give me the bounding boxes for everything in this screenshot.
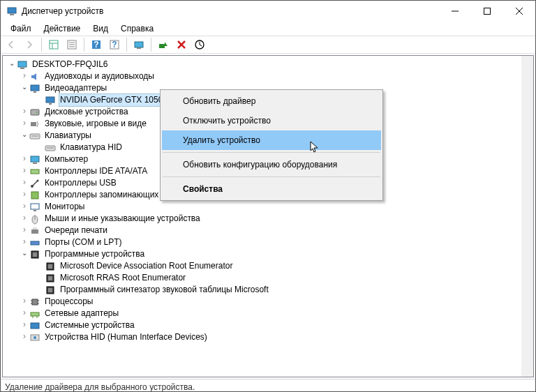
svg-rect-25 bbox=[31, 85, 39, 91]
tree-item[interactable]: Сетевые адаптеры bbox=[6, 308, 533, 319]
svg-point-68 bbox=[34, 336, 36, 339]
tree-item-label: Программный синтезатор звуковой таблицы … bbox=[59, 284, 270, 296]
software-icon bbox=[45, 285, 56, 296]
expand-icon[interactable] bbox=[20, 177, 29, 189]
svg-rect-44 bbox=[34, 210, 36, 211]
storage-icon bbox=[29, 190, 40, 201]
tree-item[interactable]: Программные устройства bbox=[6, 248, 533, 260]
statusbar: Удаление драйвера для выбранного устройс… bbox=[1, 379, 535, 392]
system-icon bbox=[29, 320, 40, 331]
svg-rect-58 bbox=[32, 299, 38, 305]
ctx-update-driver[interactable]: Обновить драйвер bbox=[162, 91, 381, 111]
expand-icon[interactable] bbox=[20, 165, 29, 177]
enable-device-button[interactable] bbox=[156, 37, 171, 52]
tree-item-label: Сетевые адаптеры bbox=[43, 308, 120, 319]
tree-item[interactable]: Microsoft RRAS Root Enumerator bbox=[6, 272, 533, 284]
expand-icon[interactable] bbox=[20, 225, 29, 236]
ctx-scan-hardware[interactable]: Обновить конфигурацию оборудования bbox=[162, 155, 381, 174]
svg-rect-38 bbox=[31, 169, 39, 174]
tree-root[interactable]: DESKTOP-FPQJIL6 bbox=[6, 59, 533, 70]
svg-rect-53 bbox=[48, 264, 52, 269]
expand-icon[interactable] bbox=[20, 248, 29, 260]
forward-button[interactable] bbox=[22, 37, 37, 52]
tree-item[interactable]: Системные устройства bbox=[6, 319, 533, 331]
tree-item[interactable]: Мыши и иные указывающие устройства bbox=[6, 213, 533, 225]
expand-icon[interactable] bbox=[20, 296, 29, 308]
expand-icon[interactable] bbox=[20, 319, 29, 331]
svg-rect-31 bbox=[31, 122, 36, 126]
expand-icon[interactable] bbox=[20, 106, 29, 118]
tree-item-label: Мыши и иные указывающие устройства bbox=[43, 213, 202, 225]
tree-item[interactable]: Устройства HID (Human Interface Devices) bbox=[6, 331, 533, 343]
svg-rect-17 bbox=[135, 42, 143, 47]
titlebar: Диспетчер устройств bbox=[1, 1, 535, 22]
svg-line-40 bbox=[32, 181, 38, 186]
expand-icon[interactable] bbox=[20, 331, 29, 343]
toolbar-sep bbox=[126, 38, 127, 52]
svg-rect-18 bbox=[137, 47, 141, 49]
svg-rect-36 bbox=[31, 156, 39, 162]
expand-icon[interactable] bbox=[7, 59, 17, 70]
svg-rect-51 bbox=[33, 252, 37, 257]
properties-button[interactable] bbox=[64, 37, 80, 52]
expand-icon[interactable] bbox=[20, 153, 29, 165]
expand-icon[interactable] bbox=[20, 189, 29, 201]
tree-item[interactable]: Программный синтезатор звуковой таблицы … bbox=[6, 284, 533, 296]
tree-item[interactable]: Процессоры bbox=[6, 296, 533, 308]
svg-rect-49 bbox=[31, 241, 39, 245]
scrollbar-vertical[interactable] bbox=[521, 56, 533, 377]
tree-item[interactable]: Мониторы bbox=[6, 201, 533, 213]
help-button[interactable]: ? bbox=[89, 37, 104, 52]
ctx-disable-device[interactable]: Отключить устройство bbox=[162, 111, 381, 130]
menu-action[interactable]: Действие bbox=[38, 22, 87, 35]
svg-rect-66 bbox=[31, 323, 39, 329]
tree-item[interactable]: Microsoft Device Association Root Enumer… bbox=[6, 260, 533, 272]
tree-item[interactable]: Порты (COM и LPT) bbox=[6, 236, 533, 248]
svg-rect-6 bbox=[50, 40, 58, 49]
menubar: Файл Действие Вид Справка bbox=[1, 22, 535, 36]
scan-hardware-button[interactable] bbox=[131, 37, 147, 52]
tree-item-label: Очереди печати bbox=[43, 225, 109, 236]
menu-help[interactable]: Справка bbox=[115, 22, 159, 35]
keyboard-icon bbox=[29, 130, 40, 142]
expand-icon[interactable] bbox=[20, 201, 29, 213]
ctx-uninstall-device[interactable]: Удалить устройство bbox=[162, 130, 381, 150]
menu-file[interactable]: Файл bbox=[5, 22, 37, 35]
disk-icon bbox=[29, 107, 40, 118]
expand-icon[interactable] bbox=[20, 308, 29, 319]
menu-view[interactable]: Вид bbox=[87, 22, 114, 35]
svg-rect-3 bbox=[484, 8, 491, 15]
ctx-sep bbox=[163, 152, 380, 153]
ctx-sep bbox=[163, 176, 380, 177]
svg-rect-57 bbox=[48, 288, 52, 292]
hid-icon bbox=[29, 332, 40, 343]
ctx-properties[interactable]: Свойства bbox=[162, 179, 381, 199]
mouse-icon bbox=[29, 213, 40, 225]
printer-icon bbox=[29, 225, 40, 236]
status-text: Удаление драйвера для выбранного устройс… bbox=[5, 382, 195, 392]
show-hide-tree-button[interactable] bbox=[46, 37, 61, 52]
back-button[interactable] bbox=[3, 37, 19, 52]
svg-rect-0 bbox=[8, 8, 16, 13]
network-icon bbox=[29, 308, 40, 319]
expand-icon[interactable] bbox=[20, 82, 29, 94]
expand-icon[interactable] bbox=[20, 213, 29, 225]
svg-rect-37 bbox=[33, 163, 37, 164]
svg-rect-27 bbox=[46, 97, 54, 103]
toolbar-sep bbox=[84, 38, 84, 52]
tree-item[interactable]: Аудиовходы и аудиовыходы bbox=[6, 70, 533, 82]
svg-rect-29 bbox=[31, 110, 39, 115]
minimize-button[interactable] bbox=[439, 1, 471, 22]
tree-item-label: Microsoft Device Association Root Enumer… bbox=[59, 260, 234, 272]
maximize-button[interactable] bbox=[471, 1, 503, 22]
update-driver-button[interactable] bbox=[192, 37, 207, 52]
uninstall-device-button[interactable] bbox=[174, 37, 189, 52]
port-icon bbox=[29, 237, 40, 248]
toolbar: ? ? bbox=[1, 36, 535, 54]
svg-rect-42 bbox=[31, 192, 38, 199]
close-button[interactable] bbox=[503, 1, 535, 22]
software-icon bbox=[45, 261, 56, 272]
tree-item[interactable]: Очереди печати bbox=[6, 225, 533, 236]
help-topic-button[interactable]: ? bbox=[107, 37, 122, 52]
expand-icon[interactable] bbox=[20, 130, 29, 142]
